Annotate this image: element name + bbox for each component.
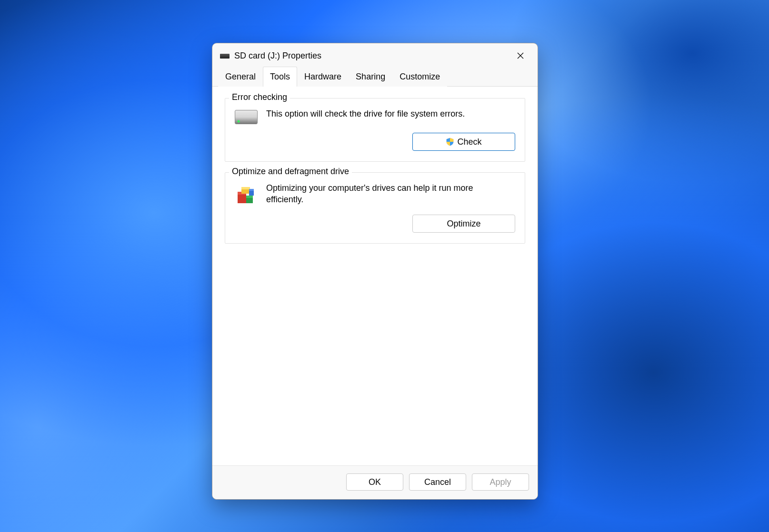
drive-titlebar-icon (220, 54, 230, 59)
svg-rect-7 (249, 189, 254, 191)
optimize-group: Optimize and defragment drive Optimizing… (225, 172, 525, 244)
close-icon (517, 52, 524, 59)
cancel-button[interactable]: Cancel (409, 473, 466, 491)
error-checking-title: Error checking (229, 92, 290, 102)
tab-tools[interactable]: Tools (263, 67, 297, 87)
tab-general[interactable]: General (218, 67, 263, 87)
tab-hardware[interactable]: Hardware (297, 67, 349, 87)
tab-customize[interactable]: Customize (392, 67, 447, 87)
error-checking-description: This option will check the drive for fil… (266, 108, 465, 119)
drive-icon (235, 110, 258, 124)
dialog-footer: OK Cancel Apply (212, 466, 538, 499)
tab-strip: General Tools Hardware Sharing Customize (212, 66, 538, 87)
optimize-button[interactable]: Optimize (412, 215, 515, 233)
properties-dialog: SD card (J:) Properties General Tools Ha… (212, 43, 538, 500)
optimize-description: Optimizing your computer's drives can he… (266, 182, 495, 206)
optimize-button-label: Optimize (447, 219, 480, 229)
error-checking-group: Error checking This option will check th… (225, 98, 525, 162)
check-button-label: Check (457, 137, 481, 147)
apply-button: Apply (472, 473, 529, 491)
check-button[interactable]: Check (412, 133, 515, 151)
tab-sharing[interactable]: Sharing (349, 67, 392, 87)
tab-content-tools: Error checking This option will check th… (212, 87, 538, 466)
optimize-title: Optimize and defragment drive (229, 167, 352, 177)
defragment-icon (235, 183, 258, 206)
svg-rect-3 (246, 196, 253, 198)
uac-shield-icon (446, 138, 454, 146)
svg-rect-5 (241, 187, 250, 189)
close-button[interactable] (510, 47, 531, 64)
window-title: SD card (J:) Properties (234, 51, 510, 61)
titlebar[interactable]: SD card (J:) Properties (212, 43, 538, 66)
ok-button[interactable]: OK (346, 473, 403, 491)
